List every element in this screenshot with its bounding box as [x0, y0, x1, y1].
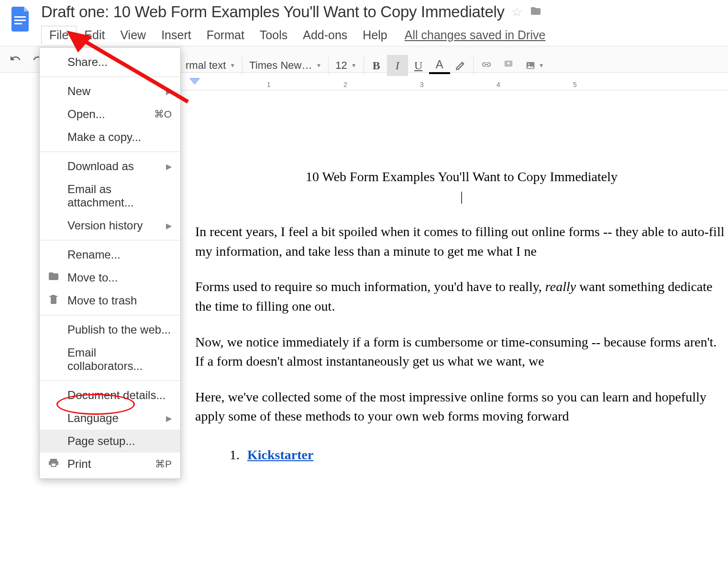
doc-link-kickstarter[interactable]: Kickstarter [247, 447, 313, 462]
chevron-right-icon: ▶ [166, 221, 172, 230]
menu-share[interactable]: Share... [40, 51, 180, 74]
undo-button[interactable] [4, 53, 27, 66]
ruler-mark-2: 2 [343, 81, 347, 88]
doc-text-italic: really [545, 279, 576, 294]
star-icon[interactable]: ☆ [511, 5, 522, 20]
ruler-mark-5: 5 [573, 81, 577, 88]
print-icon [47, 457, 60, 471]
menu-file[interactable]: File [41, 26, 77, 44]
ruler-mark-1: 1 [267, 81, 271, 88]
caret-down-icon: ▼ [316, 62, 321, 69]
menu-rename-label: Rename... [67, 248, 121, 261]
italic-button[interactable]: I [387, 55, 408, 76]
caret-down-icon: ▼ [351, 62, 357, 69]
menu-move-label: Move to... [67, 271, 118, 284]
menu-open-label: Open... [67, 108, 105, 121]
menu-move-to[interactable]: Move to... [40, 266, 180, 289]
svg-rect-0 [14, 16, 26, 18]
text-color-button[interactable]: A [429, 57, 450, 74]
doc-paragraph: Now, we notice immediately if a form is … [195, 333, 728, 371]
caret-down-icon: ▼ [539, 62, 544, 69]
add-comment-button[interactable] [497, 59, 519, 72]
doc-paragraph: Forms used to require so much informatio… [195, 277, 728, 316]
menu-make-copy[interactable]: Make a copy... [40, 126, 180, 149]
chevron-right-icon: ▶ [166, 87, 172, 96]
document-canvas[interactable]: 10 Web Form Examples You'll Want to Copy… [195, 167, 728, 465]
menu-make-copy-label: Make a copy... [67, 130, 141, 144]
font-size-value: 12 [335, 59, 347, 72]
paragraph-style-value: rmal text [186, 59, 226, 72]
paragraph-style-dropdown[interactable]: rmal text ▼ [181, 56, 240, 75]
menu-page-setup-label: Page setup... [67, 434, 135, 448]
menu-insert[interactable]: Insert [154, 26, 199, 44]
svg-rect-1 [14, 20, 26, 21]
doc-list: 1.Kickstarter [195, 445, 728, 465]
menu-help[interactable]: Help [355, 26, 395, 44]
ruler[interactable]: 1 2 3 4 5 [181, 79, 728, 90]
menu-version-label: Version history [67, 219, 143, 232]
menu-print-shortcut: ⌘P [155, 458, 172, 470]
doc-paragraph: In recent years, I feel a bit spoiled wh… [195, 222, 728, 261]
ruler-indent-marker[interactable] [189, 78, 200, 86]
underline-button[interactable]: U [408, 55, 429, 76]
folder-icon [47, 271, 60, 285]
doc-paragraph: Here, we've collected some of the most i… [195, 388, 728, 426]
menu-format[interactable]: Format [199, 26, 252, 44]
caret-down-icon: ▼ [230, 62, 235, 69]
menu-addons[interactable]: Add-ons [295, 26, 355, 44]
menu-trash-label: Move to trash [67, 294, 137, 307]
ruler-mark-3: 3 [420, 81, 424, 88]
doc-text: Forms used to require so much informatio… [195, 279, 545, 294]
list-number: 1. [230, 447, 240, 462]
text-cursor: | [195, 187, 728, 206]
menu-open-shortcut: ⌘O [154, 108, 172, 120]
menu-rename[interactable]: Rename... [40, 243, 180, 266]
trash-icon [47, 293, 60, 308]
menu-download-label: Download as [67, 160, 134, 173]
menu-print-label: Print [67, 457, 91, 471]
document-title[interactable]: Draft one: 10 Web Form Examples You'll W… [41, 3, 505, 21]
menu-tools[interactable]: Tools [252, 26, 295, 44]
menu-download-as[interactable]: Download as▶ [40, 155, 180, 178]
menu-publish[interactable]: Publish to the web... [40, 318, 180, 341]
menu-email-collaborators[interactable]: Email collaborators... [40, 341, 180, 378]
menu-version-history[interactable]: Version history▶ [40, 214, 180, 237]
menu-bar: File Edit View Insert Format Tools Add-o… [41, 26, 728, 44]
insert-image-button[interactable]: ▼ [519, 60, 549, 71]
menu-open[interactable]: Open...⌘O [40, 103, 180, 126]
chevron-right-icon: ▶ [166, 162, 172, 171]
menu-language-label: Language [67, 411, 119, 425]
menu-edit[interactable]: Edit [77, 26, 112, 44]
insert-link-button[interactable] [475, 59, 497, 72]
menu-email-attachment[interactable]: Email as attachment... [40, 178, 180, 214]
menu-document-details[interactable]: Document details... [40, 384, 180, 407]
font-size-dropdown[interactable]: 12 ▼ [331, 56, 361, 75]
svg-rect-2 [14, 23, 22, 24]
highlight-button[interactable] [450, 55, 471, 76]
menu-email-attach-label: Email as attachment... [67, 183, 172, 209]
folder-icon[interactable] [529, 5, 542, 19]
file-dropdown-menu: Share... New▶ Open...⌘O Make a copy... D… [39, 47, 181, 479]
font-dropdown[interactable]: Times New… ▼ [244, 56, 326, 75]
menu-language[interactable]: Language▶ [40, 407, 180, 430]
menu-print[interactable]: Print ⌘P [40, 453, 180, 476]
menu-publish-label: Publish to the web... [67, 323, 171, 336]
menu-doc-details-label: Document details... [67, 389, 165, 402]
menu-new-label: New [67, 85, 90, 98]
menu-email-collab-label: Email collaborators... [67, 346, 172, 373]
docs-logo-icon[interactable] [8, 5, 34, 32]
menu-share-label: Share... [67, 55, 108, 69]
svg-point-5 [528, 64, 529, 65]
menu-page-setup[interactable]: Page setup... [40, 430, 180, 453]
bold-button[interactable]: B [366, 55, 387, 76]
doc-title-text: 10 Web Form Examples You'll Want to Copy… [195, 167, 728, 187]
menu-move-to-trash[interactable]: Move to trash [40, 289, 180, 312]
ruler-mark-4: 4 [496, 81, 500, 88]
save-status[interactable]: All changes saved in Drive [405, 28, 546, 42]
chevron-right-icon: ▶ [166, 414, 172, 423]
font-value: Times New… [249, 59, 312, 72]
menu-new[interactable]: New▶ [40, 80, 180, 103]
menu-view[interactable]: View [112, 26, 154, 44]
